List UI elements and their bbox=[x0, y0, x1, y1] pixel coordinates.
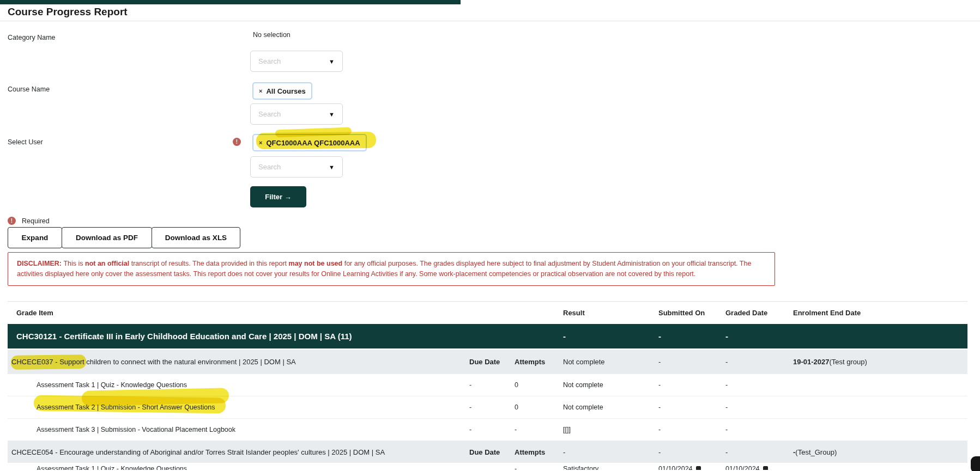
submitted-on-cell: - bbox=[658, 374, 661, 396]
graded-date-cell: - bbox=[725, 324, 728, 348]
submitted-on-cell: - bbox=[658, 396, 661, 418]
disclaimer-text-segment: not an official bbox=[85, 260, 129, 267]
chevron-down-icon: ▼ bbox=[329, 164, 335, 170]
attempts-label: Attempts bbox=[515, 441, 545, 463]
graded-date-cell: - bbox=[725, 374, 728, 396]
user-tag-qfc1000aaa[interactable]: × QFC1000AAA QFC1000AAA bbox=[252, 134, 367, 151]
graded-date-column-header: Graded Date bbox=[725, 302, 767, 324]
grade-item-cell: Assessment Task 2 | Submission - Short A… bbox=[37, 396, 215, 418]
partial-task-row: Assessment Task 1 | Quiz - Knowledge Que… bbox=[8, 463, 967, 470]
graded-date-cell: - bbox=[725, 396, 728, 418]
course-row[interactable]: CHCECE037 - Support children to connect … bbox=[8, 350, 967, 374]
graded-date-cell: - bbox=[725, 419, 728, 441]
required-icon: ! bbox=[8, 217, 16, 225]
remove-tag-icon[interactable]: × bbox=[259, 139, 262, 146]
attempts-cell: 0 bbox=[515, 374, 518, 396]
attempts-label: Attempts bbox=[515, 350, 545, 374]
course-search-placeholder: Search bbox=[258, 110, 329, 118]
required-note: ! Required bbox=[8, 217, 50, 225]
grade-item-cell: Assessment Task 1 | Quiz - Knowledge Que… bbox=[37, 374, 187, 396]
grade-item-cell: CHCECE037 - Support children to connect … bbox=[11, 350, 296, 374]
task-row: Assessment Task 3 | Submission - Vocatio… bbox=[8, 419, 967, 441]
grade-item-cell: CHC30121 - Certificate III in Early Chil… bbox=[16, 324, 352, 348]
result-cell: - bbox=[563, 324, 566, 348]
top-accent-bar bbox=[0, 0, 461, 4]
category-search-placeholder: Search bbox=[258, 57, 329, 65]
result-cell: - bbox=[563, 441, 565, 463]
enrolment-end-date-column-header: Enrolment End Date bbox=[793, 302, 861, 324]
disclaimer-text-segment: DISCLAIMER: bbox=[17, 260, 63, 267]
page-title: Course Progress Report bbox=[8, 6, 128, 18]
chevron-down-icon: ▼ bbox=[329, 58, 335, 65]
select-user-label: Select User bbox=[8, 138, 43, 146]
grade-item-cell: Assessment Task 1 | Quiz - Knowledge Que… bbox=[37, 465, 187, 470]
enrolment-end-date-cell: 19-01-2027 (Test group) bbox=[793, 350, 867, 374]
user-search-placeholder: Search bbox=[258, 163, 329, 171]
submitted-on-column-header: Submitted On bbox=[658, 302, 705, 324]
submitted-on-cell: 01/10/2024 bbox=[658, 465, 701, 470]
date-flag-icon bbox=[696, 466, 701, 470]
course-row[interactable]: CHCECE054 - Encourage understanding of A… bbox=[8, 441, 967, 463]
graded-date-cell: 01/10/2024 bbox=[725, 465, 768, 470]
result-cell: Not complete bbox=[563, 396, 603, 418]
required-icon: ! bbox=[233, 138, 241, 146]
course-group-header-row[interactable]: CHC30121 - Certificate III in Early Chil… bbox=[8, 324, 967, 348]
disclaimer-text-segment: This is bbox=[63, 260, 85, 267]
result-column-header: Result bbox=[563, 302, 585, 324]
required-note-text: Required bbox=[22, 217, 50, 225]
category-name-label: Category Name bbox=[8, 34, 56, 41]
due-date-label: Due Date bbox=[469, 350, 500, 374]
submitted-on-cell: - bbox=[658, 419, 661, 441]
attempts-cell: - bbox=[515, 465, 517, 470]
enrolment-end-date-cell: - (Test_Group) bbox=[793, 441, 837, 463]
result-cell: Not complete bbox=[563, 374, 603, 396]
disclaimer-text-segment: may not be used bbox=[289, 260, 343, 267]
submitted-on-cell: - bbox=[658, 441, 661, 463]
course-name-label: Course Name bbox=[8, 85, 50, 93]
disclaimer-box: DISCLAIMER: This is not an official tran… bbox=[8, 252, 775, 286]
result-cell: Not complete bbox=[563, 350, 605, 374]
course-progress-report-page: Course Progress Report Category Name No … bbox=[0, 0, 980, 471]
grade-report-table: Grade Item Result Submitted On Graded Da… bbox=[8, 301, 967, 470]
submitted-on-cell: - bbox=[658, 324, 661, 348]
due-date-cell: - bbox=[469, 396, 471, 418]
grade-item-cell: CHCECE054 - Encourage understanding of A… bbox=[11, 441, 385, 463]
course-search-select[interactable]: Search ▼ bbox=[250, 103, 343, 125]
result-cell: [[]] bbox=[563, 419, 571, 441]
chevron-down-icon: ▼ bbox=[329, 111, 335, 118]
due-date-label: Due Date bbox=[469, 441, 500, 463]
user-search-select[interactable]: Search ▼ bbox=[250, 156, 343, 178]
attempts-cell: 0 bbox=[515, 396, 518, 418]
user-tag-label: QFC1000AAA QFC1000AAA bbox=[266, 139, 360, 147]
report-actions: ExpandDownload as PDFDownload as XLS bbox=[8, 227, 240, 248]
category-selection-status: No selection bbox=[253, 31, 291, 39]
course-tag-label: All Courses bbox=[266, 87, 305, 95]
floating-action-button-partial[interactable] bbox=[971, 456, 980, 471]
category-search-select[interactable]: Search ▼ bbox=[250, 51, 343, 72]
grade-item-cell: Assessment Task 3 | Submission - Vocatio… bbox=[37, 419, 235, 441]
attempts-cell: - bbox=[515, 419, 517, 441]
download-xls-button[interactable]: Download as XLS bbox=[152, 227, 240, 248]
graded-date-cell: - bbox=[725, 350, 728, 374]
result-cell: Satisfactory bbox=[563, 465, 598, 470]
filter-button[interactable]: Filter → bbox=[250, 186, 306, 207]
task-row: Assessment Task 2 | Submission - Short A… bbox=[8, 396, 967, 419]
download-pdf-button[interactable]: Download as PDF bbox=[62, 227, 152, 248]
task-row: Assessment Task 1 | Quiz - Knowledge Que… bbox=[8, 374, 967, 396]
remove-tag-icon[interactable]: × bbox=[259, 88, 262, 94]
course-tag-all-courses[interactable]: × All Courses bbox=[252, 82, 312, 100]
table-header-row: Grade Item Result Submitted On Graded Da… bbox=[8, 301, 967, 324]
expand-button[interactable]: Expand bbox=[8, 227, 62, 248]
title-divider bbox=[0, 21, 980, 21]
date-flag-icon bbox=[763, 466, 768, 470]
graded-date-cell: - bbox=[725, 441, 728, 463]
due-date-cell: - bbox=[469, 374, 471, 396]
submitted-on-cell: - bbox=[658, 350, 661, 374]
disclaimer-text-segment: transcript of results. The data provided… bbox=[129, 260, 288, 267]
due-date-cell: - bbox=[469, 419, 471, 441]
grade-item-column-header: Grade Item bbox=[16, 302, 53, 324]
